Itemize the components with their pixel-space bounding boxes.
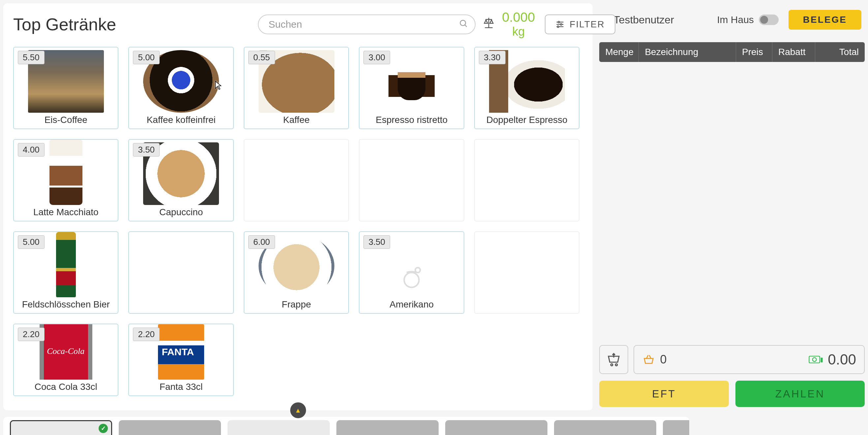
product-empty-slot [359, 139, 464, 222]
summary-box: 0 0.00 [633, 345, 865, 374]
col-menge: Menge [599, 42, 639, 62]
triangle-up-icon: ▲ [295, 407, 302, 414]
product-kaffee[interactable]: 0.55 Kaffee [244, 47, 349, 129]
basket-icon [642, 353, 655, 366]
weight-display: 0.000 kg [502, 10, 535, 39]
filter-icon [555, 20, 565, 29]
user-label: T. Testbenutzer [602, 14, 717, 26]
price-tag: 3.50 [364, 235, 390, 249]
product-name: Kaffee koffeinfrei [147, 113, 216, 129]
category-alkoholfreie-getraenke[interactable]: alkoholfreie Getränke [119, 420, 221, 435]
product-grid: 5.50 Eis-Coffee 5.00 Kaffee koffeinfrei … [13, 47, 583, 404]
svg-point-7 [557, 26, 559, 27]
order-table-header: Menge Bezeichnung Preis Rabatt Total [599, 42, 865, 62]
product-name: Kaffee [283, 113, 309, 129]
filter-button[interactable]: FILTER [545, 14, 615, 34]
product-image [50, 140, 83, 205]
price-tag: 5.00 [133, 51, 160, 64]
product-name: Eis-Coffee [44, 113, 87, 129]
product-name: Feldschlösschen Bier [22, 297, 110, 313]
product-name: Coca Cola 33cl [35, 380, 97, 396]
svg-point-11 [615, 364, 617, 366]
category-top-getraenke[interactable]: ✓ Top Getränke [10, 420, 112, 435]
belege-button[interactable]: BELEGE [788, 10, 861, 30]
product-capuccino[interactable]: 3.50 Capuccino [128, 139, 234, 222]
svg-line-1 [465, 25, 467, 27]
svg-point-13 [813, 358, 816, 362]
product-espresso-ristretto[interactable]: 3.00 Espresso ristretto [359, 47, 464, 129]
product-empty-slot [128, 231, 234, 314]
svg-point-9 [415, 268, 420, 272]
page-title: Top Getränke [13, 14, 116, 34]
im-haus-toggle[interactable] [759, 14, 779, 25]
product-image [39, 324, 92, 380]
product-kaffee-koffeinfrei[interactable]: 5.00 Kaffee koffeinfrei [128, 47, 234, 129]
category-vorspeisen[interactable]: Vorspeisen [336, 420, 439, 435]
price-tag: 3.50 [133, 143, 160, 157]
category-suppen[interactable]: Suppen [445, 420, 548, 435]
product-eis-coffee[interactable]: 5.50 Eis-Coffee [13, 47, 118, 129]
cart-action-button[interactable] [599, 345, 628, 374]
price-tag: 2.20 [18, 328, 44, 341]
product-amerikano[interactable]: 3.50 Amerikano [359, 231, 464, 314]
filter-label: FILTER [569, 19, 604, 30]
product-fanta[interactable]: 2.20 Fanta 33cl [128, 324, 234, 396]
price-tag: 4.00 [18, 143, 44, 157]
product-feldschloesschen-bier[interactable]: 5.00 Feldschlösschen Bier [13, 231, 118, 314]
svg-point-5 [560, 23, 562, 25]
product-image-placeholder [389, 258, 435, 297]
cart-upload-icon [606, 352, 622, 367]
zahlen-button[interactable]: ZAHLEN [736, 380, 865, 407]
collapse-toggle-button[interactable]: ▲ [290, 402, 306, 418]
col-total: Total [815, 42, 865, 62]
product-frappe[interactable]: 6.00 Frappe [244, 231, 349, 314]
product-image [158, 324, 204, 380]
check-icon: ✓ [99, 424, 108, 433]
search-icon [459, 19, 468, 30]
col-rabatt: Rabatt [772, 42, 815, 62]
price-tag: 6.00 [248, 235, 275, 249]
product-empty-slot [244, 139, 349, 222]
product-empty-slot [474, 139, 580, 222]
svg-rect-14 [821, 358, 823, 363]
col-bezeichnung: Bezeichnung [639, 42, 736, 62]
sum-total: 0.00 [828, 351, 856, 368]
product-coca-cola[interactable]: 2.20 Coca Cola 33cl [13, 324, 118, 396]
svg-rect-12 [809, 356, 820, 363]
im-haus-label: Im Haus [717, 14, 754, 25]
product-name: Capuccino [159, 205, 203, 221]
product-name: Fanta 33cl [160, 380, 203, 396]
cash-icon [809, 354, 823, 365]
scale-icon[interactable] [482, 16, 495, 32]
col-preis: Preis [736, 42, 772, 62]
product-name: Frappe [282, 297, 311, 313]
basket-count: 0 [660, 353, 666, 366]
product-doppelter-espresso[interactable]: 3.30 Doppelter Espresso [474, 47, 580, 129]
product-name: Latte Macchiato [33, 205, 99, 221]
svg-point-10 [611, 364, 613, 366]
price-tag: 2.20 [133, 328, 160, 341]
product-image [56, 232, 76, 297]
product-latte-macchiato[interactable]: 4.00 Latte Macchiato [13, 139, 118, 222]
eft-button[interactable]: EFT [599, 380, 728, 407]
price-tag: 5.50 [18, 51, 44, 64]
category-kombi-artikel[interactable]: Kombi-Artikel [227, 420, 330, 435]
category-bar: ✓ Top Getränke alkoholfreie Getränke Kom… [3, 417, 689, 435]
svg-point-3 [558, 21, 560, 23]
category-fischgerichte[interactable]: Fischge [663, 420, 689, 435]
product-name: Doppelter Espresso [487, 113, 567, 129]
product-name: Espresso ristretto [376, 113, 447, 129]
order-items-empty [599, 62, 865, 342]
svg-point-8 [404, 272, 419, 288]
category-pasta-vegetarisch[interactable]: Pasta & Vegetarisch [554, 420, 656, 435]
product-name: Amerikano [390, 297, 434, 313]
price-tag: 3.00 [364, 51, 390, 64]
svg-point-0 [460, 20, 466, 25]
price-tag: 5.00 [18, 235, 44, 249]
price-tag: 3.30 [479, 51, 505, 64]
product-image [389, 50, 435, 113]
price-tag: 0.55 [248, 51, 275, 64]
product-empty-slot [474, 231, 580, 314]
search-input[interactable] [258, 14, 475, 34]
